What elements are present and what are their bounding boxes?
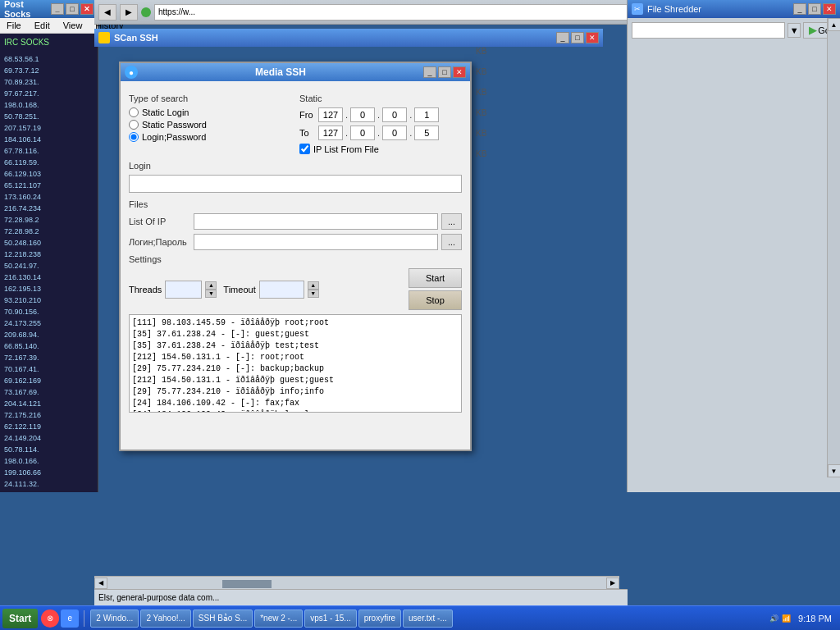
start-button[interactable]: Start (409, 268, 462, 288)
taskbar-item[interactable]: proxyfire (358, 609, 401, 628)
to-ip-c[interactable] (382, 126, 407, 140)
left-panel-close-btn[interactable]: ✕ (80, 3, 94, 15)
scan-ssh-close-btn[interactable]: ✕ (586, 32, 599, 43)
hscroll-left-btn[interactable]: ◀ (94, 578, 107, 589)
taskbar-tray: 🔊 📶 9:18 PM (769, 612, 840, 625)
list-item: 72.28.98.2 (4, 226, 94, 237)
list-of-ip-label: List Of IP (129, 217, 190, 226)
radio-login-password-input[interactable] (129, 132, 139, 142)
status-bar: Elsr, general-purpose data com... (94, 589, 628, 605)
right-panel-minimize[interactable]: _ (793, 3, 806, 15)
media-ssh-dialog: ● Media SSH _ □ ✕ Type of search Sta (119, 62, 472, 451)
log-line: [35] 37.61.238.24 - ïðîâåðÿþ test;test (132, 340, 459, 352)
menu-file[interactable]: File (4, 20, 24, 31)
list-item: 216.130.14 (4, 272, 94, 283)
timeout-down-arrow[interactable]: ▼ (308, 290, 319, 298)
to-ip-d[interactable] (414, 126, 439, 140)
from-ip-a[interactable] (318, 107, 343, 122)
dialog-minimize-btn[interactable]: _ (423, 66, 436, 78)
menu-edit[interactable]: Edit (32, 20, 52, 31)
type-of-search-label: Type of search (129, 94, 291, 103)
login-password-browse-btn[interactable]: ... (441, 234, 462, 250)
to-ip-a[interactable] (318, 126, 343, 140)
timeout-spinner: ▲ ▼ (308, 281, 319, 298)
timeout-input[interactable]: 20000 (259, 281, 304, 299)
dialog-close-btn[interactable]: ✕ (453, 66, 466, 78)
from-ip-c[interactable] (382, 107, 407, 122)
list-item: 216.74.234 (4, 203, 94, 214)
scroll-up-arrow[interactable]: ▲ (828, 18, 841, 31)
ip-list: 68.53.56.169.73.7.1270.89.231.97.67.217.… (0, 51, 98, 492)
hscroll-thumb[interactable] (222, 580, 272, 588)
list-item: 50.248.160 (4, 237, 94, 249)
list-item: 68.53.56.1 (4, 53, 94, 65)
radio-static-login-input[interactable] (129, 107, 139, 117)
ip-list-from-file-checkbox[interactable] (299, 144, 310, 154)
radio-static-login[interactable]: Static Login (129, 107, 291, 117)
to-ip-row: To . . . (299, 126, 462, 140)
right-panel-close[interactable]: ✕ (823, 3, 836, 15)
right-panel-maximize[interactable]: □ (808, 3, 821, 15)
left-panel-maximize-btn[interactable]: □ (66, 3, 79, 15)
quick-icon-1[interactable]: ⊗ (41, 609, 59, 628)
scan-ssh-minimize-btn[interactable]: _ (556, 32, 569, 43)
list-item: 162.195.13 (4, 283, 94, 294)
login-input[interactable] (129, 175, 462, 193)
to-ip-b[interactable] (350, 126, 375, 140)
timeout-group: Timeout 20000 ▲ ▼ (223, 281, 318, 299)
login-section: Login (129, 161, 462, 193)
from-ip-b[interactable] (350, 107, 375, 122)
list-item: 50.78.251. (4, 111, 94, 122)
hscroll-right-btn[interactable]: ▶ (606, 578, 619, 589)
taskbar-item[interactable]: SSH Bảo S... (193, 609, 253, 628)
taskbar-item[interactable]: 2 Yahoo!... (140, 609, 190, 628)
search-input[interactable] (632, 22, 785, 39)
radio-login-password[interactable]: Login;Password (129, 132, 291, 142)
quick-icon-2[interactable]: e (61, 609, 79, 628)
ip-list-from-file-row: IP List From File (299, 144, 462, 154)
log-line: [212] 154.50.131.1 - [-]: root;root (132, 352, 459, 363)
files-label: Files (129, 199, 462, 209)
tray-icon-1: 🔊 (769, 614, 778, 623)
search-dropdown-btn[interactable]: ▼ (788, 23, 801, 38)
tray-icon-2: 📶 (782, 614, 791, 623)
log-line: [212] 154.50.131.1 - ïðîâåðÿþ guest;gues… (132, 375, 459, 386)
kb-2: KB (476, 67, 541, 76)
scan-ssh-restore-btn[interactable]: □ (571, 32, 584, 43)
log-output[interactable]: [111] 98.103.145.59 - ïðîâåðÿþ root;root… (129, 314, 462, 413)
taskbar-item[interactable]: user.txt -... (403, 609, 453, 628)
list-of-ip-browse-btn[interactable]: ... (441, 213, 462, 230)
from-ip-d[interactable] (414, 107, 439, 122)
list-item: 72.167.39. (4, 352, 94, 363)
stop-button[interactable]: Stop (409, 290, 462, 310)
left-panel-minimize-btn[interactable]: _ (51, 3, 64, 15)
dialog-content: Type of search Static Login Static Passw… (121, 81, 470, 421)
menu-view[interactable]: View (61, 20, 85, 31)
list-item: 72.175.216 (4, 409, 94, 421)
threads-down-arrow[interactable]: ▼ (205, 290, 217, 298)
list-item: 50.241.97. (4, 260, 94, 272)
login-password-path[interactable]: C:\Users\Administrator\Desktop\SCan SSH\… (194, 234, 438, 250)
threads-spinner: ▲ ▼ (205, 281, 217, 298)
threads-input[interactable]: 235 (165, 281, 202, 299)
back-btn[interactable]: ◀ (98, 4, 116, 21)
timeout-up-arrow[interactable]: ▲ (308, 281, 319, 290)
right-panel-title: File Shredder (647, 4, 701, 14)
dialog-titlebar: ● Media SSH _ □ ✕ (121, 63, 470, 81)
dialog-maximize-btn[interactable]: □ (438, 66, 451, 78)
threads-up-arrow[interactable]: ▲ (205, 281, 217, 290)
static-label: Static (299, 94, 462, 103)
radio-static-password-input[interactable] (129, 120, 139, 130)
dialog-controls: _ □ ✕ (423, 66, 466, 78)
radio-static-password[interactable]: Static Password (129, 120, 291, 130)
status-text: Elsr, general-purpose data com... (98, 593, 219, 602)
taskbar-item[interactable]: *new 2 -... (254, 609, 303, 628)
taskbar-item[interactable]: 2 Windo... (90, 609, 139, 628)
quick-launch: ⊗ e (41, 609, 79, 628)
taskbar-item[interactable]: vps1 - 15... (304, 609, 356, 628)
scroll-down-arrow[interactable]: ▼ (828, 464, 841, 477)
list-of-ip-path[interactable]: C:\Users\Administrator\Desktop\SCan SSH\… (194, 213, 438, 230)
start-button-taskbar[interactable]: Start (2, 609, 38, 628)
type-of-search-section: Type of search Static Login Static Passw… (129, 89, 291, 154)
forward-btn[interactable]: ▶ (120, 4, 138, 21)
